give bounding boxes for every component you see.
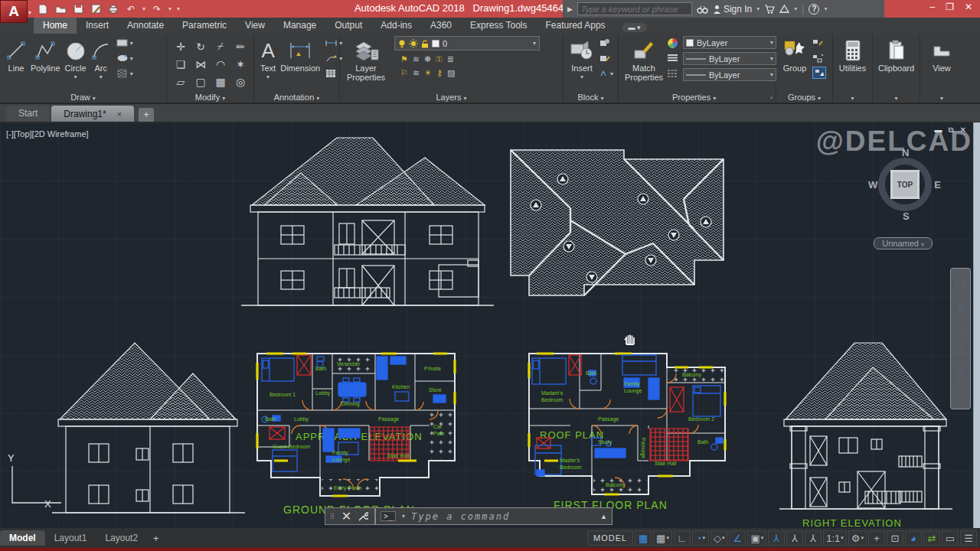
text-dropdown-icon[interactable]: ▾	[266, 73, 270, 82]
ribbon-tab-home[interactable]: Home	[34, 18, 77, 34]
circle-dropdown-icon[interactable]: ▾	[74, 73, 77, 82]
graphics-performance-toggle[interactable]: ◕	[905, 530, 922, 546]
layer-states-icon[interactable]: ≣	[447, 54, 454, 64]
layer-properties-button[interactable]: Layer Properties	[344, 36, 388, 83]
view-name-dropdown-icon[interactable]: ▿	[921, 241, 924, 248]
annotation-scale-button[interactable]: 1:1▾	[823, 530, 847, 546]
hatch-tool-icon[interactable]: ▾	[116, 67, 133, 80]
new-file-icon[interactable]	[37, 4, 49, 15]
help-icon[interactable]: ?	[808, 4, 819, 15]
offset-icon[interactable]: ◎	[236, 76, 245, 88]
block-attributes-icon[interactable]: ▾	[599, 67, 613, 80]
sign-in-button[interactable]: Sign In	[713, 4, 752, 15]
redo-icon[interactable]: ↷	[151, 4, 163, 15]
vp-close-icon[interactable]: ✕	[960, 126, 966, 135]
ribbon-tab-express-tools[interactable]: Express Tools	[461, 18, 536, 34]
block-panel-label[interactable]: Block ▾	[564, 93, 618, 102]
save-icon[interactable]	[72, 4, 84, 15]
view-button[interactable]: View	[929, 36, 954, 74]
ribbon-tab-view[interactable]: View	[236, 18, 274, 34]
annotation-scale-person-icon[interactable]: ⅄	[805, 530, 822, 546]
logo-dropdown-icon[interactable]: ▾	[28, 9, 31, 16]
polar-tracking-toggle[interactable]: ◔▾	[692, 530, 709, 546]
save-as-icon[interactable]	[90, 4, 102, 15]
model-tab[interactable]: Model	[0, 530, 45, 546]
command-prompt-icon[interactable]: >_	[381, 511, 396, 521]
command-dropdown-icon[interactable]: ▾	[402, 513, 405, 520]
qat-customize-icon[interactable]: ▾	[177, 5, 180, 12]
viewport-controls[interactable]: [-][Top][2D Wireframe]	[6, 129, 89, 139]
command-line[interactable]: >_ ▾ Type a command ▲	[375, 507, 612, 525]
search-input[interactable]	[577, 2, 692, 15]
file-tab-drawing1[interactable]: Drawing1*×	[51, 106, 134, 122]
draw-panel-label[interactable]: Draw ▾	[0, 93, 166, 102]
workspace-switching-button[interactable]: ⚙▾	[848, 530, 867, 546]
search-binoculars-icon[interactable]	[697, 5, 708, 14]
copy-icon[interactable]: ❏	[176, 58, 186, 70]
connect-dropdown-icon[interactable]: ▾	[794, 5, 797, 12]
ribbon-tab-insert[interactable]: Insert	[77, 18, 118, 34]
groups-panel-label[interactable]: Groups ▾	[776, 93, 832, 102]
isolate-objects-button[interactable]: ⊡	[887, 530, 903, 546]
autoscale-toggle[interactable]: ⅄	[786, 530, 803, 546]
clipboard-panel-label[interactable]: ▾	[873, 93, 920, 102]
layer-lock-icon[interactable]: ⚿	[436, 54, 442, 64]
maximize-button[interactable]: ❐	[946, 2, 954, 12]
vertical-scrollbar[interactable]	[973, 122, 980, 528]
command-line-grip[interactable]: ⣿ ✕	[325, 507, 375, 525]
group-edit-icon[interactable]	[812, 51, 826, 65]
redo-dropdown-icon[interactable]: ▾	[168, 5, 172, 12]
autocad-logo[interactable]: A	[0, 0, 28, 23]
layer-freeze-icon[interactable]: ❋	[424, 54, 431, 64]
layer-unisolate-icon[interactable]: ⚐	[400, 68, 408, 78]
layer-isolate-icon[interactable]: ⚑	[400, 54, 408, 64]
ribbon-tab-output[interactable]: Output	[325, 18, 371, 34]
clean-screen-button[interactable]: ▭	[942, 530, 959, 546]
layer-match-icon[interactable]: ≋	[413, 54, 420, 64]
object-color-dropdown[interactable]: ByLayer▾	[683, 36, 776, 49]
scale-icon[interactable]: ▢	[195, 76, 205, 88]
grid-toggle[interactable]: ▦	[635, 530, 652, 546]
edit-attribute-icon[interactable]	[599, 51, 613, 65]
file-tab-start[interactable]: Start	[6, 106, 50, 122]
properties-dialog-launcher-icon[interactable]: ⌟	[769, 93, 773, 99]
sign-in-dropdown-icon[interactable]: ▾	[756, 5, 760, 12]
layout2-tab[interactable]: Layout2	[96, 530, 147, 546]
open-folder-icon[interactable]	[54, 4, 67, 15]
object-snap-toggle[interactable]: ▣▾	[747, 530, 766, 546]
viewcube-west[interactable]: W	[868, 179, 877, 191]
command-close-icon[interactable]: ✕	[341, 509, 351, 523]
group-selection-toggle-icon[interactable]	[812, 67, 826, 79]
erase-icon[interactable]: ✏	[236, 41, 245, 53]
dimension-button[interactable]: Dimension	[278, 36, 322, 74]
ribbon-tab-a360[interactable]: A360	[421, 18, 461, 34]
lineweight-dropdown[interactable]: ByLayer▾	[683, 52, 776, 65]
model-space-button[interactable]: MODEL	[587, 530, 633, 546]
annotation-monitor-toggle[interactable]: +	[868, 530, 885, 546]
app-store-cart-icon[interactable]	[764, 5, 775, 14]
plot-icon[interactable]	[107, 4, 119, 15]
mirror-icon[interactable]: ⋈	[195, 58, 206, 70]
viewcube-top-face[interactable]: TOP	[890, 170, 920, 199]
layer-unlock2-icon[interactable]: ⚷	[436, 68, 443, 78]
undo-icon[interactable]: ↶	[125, 4, 137, 15]
trim-icon[interactable]: ⌿	[217, 40, 224, 53]
layer-dropdown-icon[interactable]: ▾	[533, 40, 536, 47]
tab-close-icon[interactable]: ×	[117, 109, 122, 119]
isometric-drafting-toggle[interactable]: ◇▾	[710, 530, 728, 546]
polyline-button[interactable]: Polyline	[28, 36, 63, 74]
match-properties-button[interactable]: Match Properties	[622, 36, 665, 83]
ellipse-tool-icon[interactable]: ▾	[116, 51, 133, 65]
view-name-button[interactable]: Unnamed ▿	[874, 237, 933, 249]
command-input[interactable]: Type a command	[411, 511, 594, 522]
infocenter-expand-icon[interactable]: ▶	[567, 5, 573, 13]
rotate-icon[interactable]: ↻	[196, 41, 205, 53]
text-button[interactable]: AText▾	[258, 36, 278, 83]
add-layout-button[interactable]: +	[147, 533, 165, 544]
clipboard-button[interactable]: Clipboard	[876, 36, 916, 74]
zoom-extents-icon[interactable]	[955, 324, 967, 336]
close-button[interactable]: ✕	[965, 2, 972, 12]
ribbon-tab-parametric[interactable]: Parametric	[173, 18, 236, 34]
a360-connect-icon[interactable]	[779, 5, 789, 13]
pan-hand-icon[interactable]	[955, 301, 967, 313]
